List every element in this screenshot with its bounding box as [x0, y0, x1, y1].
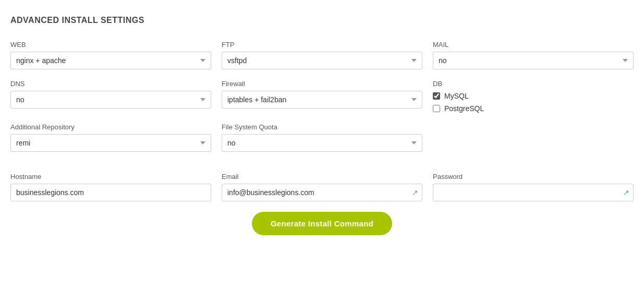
ftp-select[interactable]: vsftpd proftpd no — [222, 52, 422, 69]
hostname-input[interactable] — [10, 184, 211, 201]
mysql-checkbox-item: MySQL — [433, 92, 634, 100]
mail-label: MAIL — [433, 41, 634, 49]
generate-install-command-button[interactable]: Generate Install Command — [252, 212, 392, 235]
email-input-wrapper: ↗ — [222, 184, 422, 201]
email-field-group: Email ↗ — [222, 173, 422, 201]
password-input[interactable] — [433, 184, 634, 201]
web-label: WEB — [10, 41, 211, 49]
postgresql-label: PostgreSQL — [444, 104, 484, 113]
firewall-select[interactable]: iptables + fail2ban iptables no — [222, 91, 422, 109]
dns-field-group: DNS no bind powerdns — [10, 80, 211, 113]
spacer — [10, 162, 634, 173]
hostname-label: Hostname — [10, 173, 211, 180]
dns-label: DNS — [10, 80, 211, 88]
ftp-label: FTP — [222, 41, 422, 49]
additional-repo-select[interactable]: remi epel no — [10, 134, 211, 152]
db-field-group: DB MySQL PostgreSQL — [433, 80, 634, 113]
password-label: Password — [433, 173, 634, 180]
placeholder-right — [433, 123, 634, 152]
mysql-label: MySQL — [444, 92, 469, 100]
row-web-ftp-mail: WEB nginx + apache nginx apache FTP vsft… — [10, 41, 634, 69]
row-dns-firewall-db: DNS no bind powerdns Firewall iptables +… — [10, 80, 634, 113]
row-hostname-email-password: Hostname Email ↗ Password ↗ — [10, 173, 634, 201]
web-select[interactable]: nginx + apache nginx apache — [10, 52, 211, 69]
dns-select[interactable]: no bind powerdns — [10, 91, 211, 109]
additional-repo-label: Additional Repository — [10, 123, 211, 131]
password-field-group: Password ↗ — [433, 173, 634, 201]
ftp-field-group: FTP vsftpd proftpd no — [222, 41, 422, 69]
filesystem-quota-select[interactable]: no yes — [222, 134, 422, 152]
postgresql-checkbox-item: PostgreSQL — [433, 104, 634, 113]
email-input[interactable] — [222, 184, 422, 201]
firewall-field-group: Firewall iptables + fail2ban iptables no — [222, 80, 422, 113]
additional-repo-field-group: Additional Repository remi epel no — [10, 123, 211, 152]
page-title: ADVANCED INSTALL SETTINGS — [10, 16, 634, 25]
email-label: Email — [222, 173, 422, 180]
row-repo-quota: Additional Repository remi epel no File … — [10, 123, 634, 152]
filesystem-quota-field-group: File System Quota no yes — [222, 123, 422, 152]
mysql-checkbox[interactable] — [433, 92, 440, 100]
firewall-label: Firewall — [222, 80, 422, 88]
db-label: DB — [433, 80, 634, 88]
filesystem-quota-label: File System Quota — [222, 123, 422, 131]
mail-select[interactable]: no postfix sendmail — [433, 52, 634, 69]
hostname-field-group: Hostname — [10, 173, 211, 201]
mail-field-group: MAIL no postfix sendmail — [433, 41, 634, 69]
web-field-group: WEB nginx + apache nginx apache — [10, 41, 211, 69]
hostname-input-wrapper — [10, 184, 211, 201]
postgresql-checkbox[interactable] — [433, 105, 440, 112]
password-input-wrapper: ↗ — [433, 184, 634, 201]
button-row: Generate Install Command — [10, 212, 634, 235]
